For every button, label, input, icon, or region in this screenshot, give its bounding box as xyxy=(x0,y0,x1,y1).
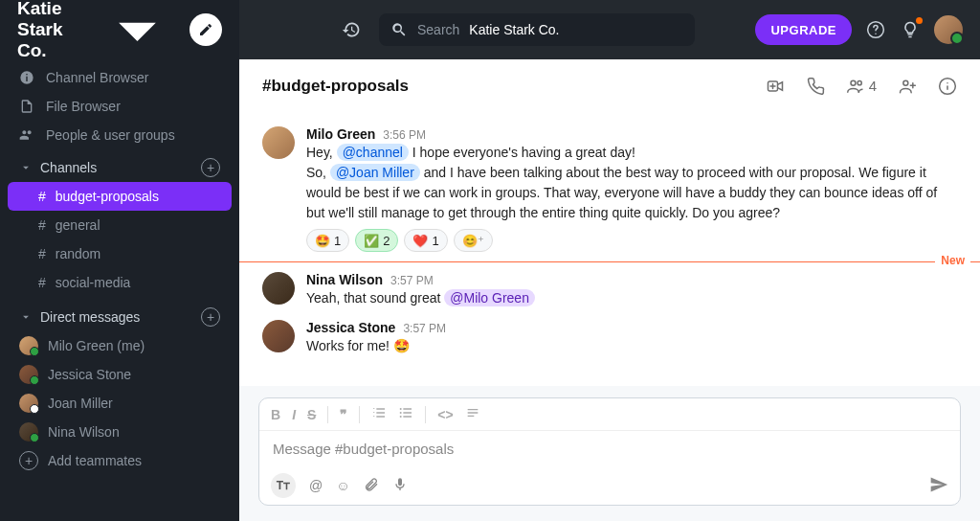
placeholder: Message #budget-proposals xyxy=(273,441,454,457)
upgrade-label: UPGRADE xyxy=(770,23,836,37)
add-member-button[interactable] xyxy=(898,77,917,96)
mention-button[interactable]: @ xyxy=(309,478,323,493)
bold-button[interactable]: B xyxy=(271,407,280,422)
add-reaction-button[interactable]: 😊⁺ xyxy=(454,229,493,252)
strike-button[interactable]: S xyxy=(307,407,316,422)
channel-budget-proposals[interactable]: # budget-proposals xyxy=(8,182,232,211)
svg-point-4 xyxy=(903,80,908,85)
people-icon xyxy=(19,127,34,143)
message-author[interactable]: Nina Wilson xyxy=(306,272,383,287)
plus-icon: + xyxy=(19,451,38,470)
reaction[interactable]: 🤩1 xyxy=(306,229,349,252)
reaction[interactable]: ✅2 xyxy=(355,229,398,252)
avatar[interactable] xyxy=(262,272,295,305)
bulb-icon xyxy=(901,20,920,39)
nav-channel-browser[interactable]: Channel Browser xyxy=(0,63,239,92)
channels-section-header[interactable]: Channels + xyxy=(0,153,239,182)
dm-item[interactable]: Milo Green (me) xyxy=(0,331,239,360)
channel-social-media[interactable]: # social-media xyxy=(8,268,232,297)
channel-name: random xyxy=(56,246,100,261)
add-teammates-button[interactable]: + Add teammates xyxy=(0,446,239,475)
channel-actions: 4 xyxy=(766,77,957,96)
audio-call-button[interactable] xyxy=(806,77,825,96)
workspace-header[interactable]: Katie Stark Co. xyxy=(0,0,239,59)
channel-general[interactable]: # general xyxy=(8,211,232,239)
channel-name: general xyxy=(56,217,100,233)
message-input[interactable]: Message #budget-proposals xyxy=(259,431,960,466)
send-button[interactable] xyxy=(929,475,948,497)
italic-button[interactable]: I xyxy=(292,407,296,422)
avatar xyxy=(19,336,38,355)
code-block-button[interactable] xyxy=(465,405,480,423)
avatar[interactable] xyxy=(262,126,295,159)
search-scope: Katie Stark Co. xyxy=(469,22,559,37)
channel-list: # budget-proposals # general # random # … xyxy=(0,182,239,297)
avatar xyxy=(19,422,38,442)
message-text: Hey, @channel I hope everyone's having a… xyxy=(306,143,957,223)
dm-item[interactable]: Joan Miller xyxy=(0,389,239,418)
mention[interactable]: @Milo Green xyxy=(444,289,535,306)
dm-name: Nina Wilson xyxy=(48,424,120,440)
channel-title[interactable]: #budget-proposals xyxy=(262,77,766,96)
section-label: Channels xyxy=(40,160,97,175)
search-bar[interactable]: Search Katie Stark Co. xyxy=(379,13,695,46)
message-author[interactable]: Milo Green xyxy=(306,126,375,142)
dm-list: Milo Green (me) Jessica Stone Joan Mille… xyxy=(0,331,239,475)
activity-button[interactable] xyxy=(900,19,921,40)
composer: B I S ❞ <> Message #budget-proposals Tᴛ … xyxy=(258,397,961,506)
video-icon xyxy=(766,77,785,96)
avatar xyxy=(19,394,38,413)
dm-item[interactable]: Nina Wilson xyxy=(0,418,239,446)
history-icon xyxy=(342,20,361,39)
nav-label: File Browser xyxy=(46,99,121,114)
reactions: 🤩1 ✅2 ❤️1 😊⁺ xyxy=(306,229,957,252)
hash-icon: # xyxy=(38,275,46,290)
dm-item[interactable]: Jessica Stone xyxy=(0,360,239,389)
message-list: Milo Green 3:56 PM Hey, @channel I hope … xyxy=(239,113,980,386)
file-browser-icon xyxy=(19,99,34,114)
message-time: 3:57 PM xyxy=(390,274,434,287)
members-icon xyxy=(846,77,865,96)
hash-icon: # xyxy=(38,217,46,233)
reaction[interactable]: ❤️1 xyxy=(404,229,447,252)
upgrade-button[interactable]: UPGRADE xyxy=(755,14,852,45)
mention[interactable]: @Joan Miller xyxy=(330,164,420,181)
main-area: Search Katie Stark Co. UPGRADE #budget-p… xyxy=(239,0,980,521)
dms-section-header[interactable]: Direct messages + xyxy=(0,303,239,331)
message: Jessica Stone 3:57 PM Works for me! 🤩 xyxy=(239,314,980,362)
nav-people-groups[interactable]: People & user groups xyxy=(0,121,239,149)
add-member-icon xyxy=(898,77,917,96)
format-toolbar: B I S ❞ <> xyxy=(259,398,960,431)
history-button[interactable] xyxy=(337,15,366,44)
avatar[interactable] xyxy=(262,320,295,352)
chevron-down-icon xyxy=(19,161,33,174)
formatting-toggle[interactable]: Tᴛ xyxy=(271,473,296,498)
sidebar: Katie Stark Co. Channel Browser File Bro… xyxy=(0,0,239,521)
attach-button[interactable] xyxy=(364,477,379,495)
ordered-list-button[interactable] xyxy=(371,405,387,423)
compose-button[interactable] xyxy=(189,13,222,46)
emoji-button[interactable]: ☺ xyxy=(336,478,349,493)
message-author[interactable]: Jessica Stone xyxy=(306,320,395,335)
add-dm-button[interactable]: + xyxy=(201,307,220,327)
mention[interactable]: @channel xyxy=(337,144,409,161)
phone-icon xyxy=(806,77,825,96)
channel-random[interactable]: # random xyxy=(8,239,232,268)
quote-button[interactable]: ❞ xyxy=(340,407,347,422)
mic-button[interactable] xyxy=(392,477,408,495)
user-avatar[interactable] xyxy=(934,15,963,44)
message-text: Yeah, that sound great @Milo Green xyxy=(306,288,957,308)
nav-label: People & user groups xyxy=(46,127,175,143)
composer-actions: Tᴛ @ ☺ xyxy=(259,466,960,505)
channel-info-button[interactable] xyxy=(938,77,957,96)
help-button[interactable] xyxy=(865,19,886,40)
video-call-button[interactable] xyxy=(766,77,785,96)
code-button[interactable]: <> xyxy=(437,407,453,422)
avatar xyxy=(19,365,38,384)
bullet-list-button[interactable] xyxy=(398,405,413,423)
nav-browsers: Channel Browser File Browser People & us… xyxy=(0,59,239,153)
new-messages-divider: New xyxy=(239,261,980,262)
nav-file-browser[interactable]: File Browser xyxy=(0,92,239,121)
members-button[interactable]: 4 xyxy=(846,77,877,96)
add-channel-button[interactable]: + xyxy=(201,158,220,177)
